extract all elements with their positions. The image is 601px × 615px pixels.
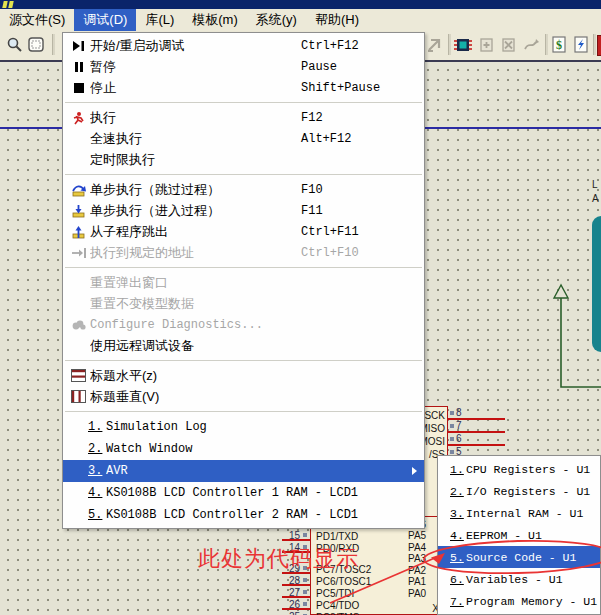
menu-item-lcd1-ram1[interactable]: 4.KS0108B LCD Controller 1 RAM - LCD1 bbox=[63, 482, 424, 504]
menu-item-avr[interactable]: 3.AVR bbox=[63, 460, 424, 482]
remove-sheet-icon[interactable] bbox=[499, 34, 520, 55]
tile-vertical-icon bbox=[67, 390, 90, 403]
auto-route-icon[interactable] bbox=[521, 34, 542, 55]
menu-item-step-over[interactable]: 单步执行（跳过过程）F10 bbox=[63, 179, 424, 200]
start-debug-icon bbox=[67, 40, 90, 52]
menubar-item-source[interactable]: 源文件(S) bbox=[0, 9, 74, 31]
menu-item-start-debug[interactable]: 开始/重启动调试Ctrl+F12 bbox=[63, 35, 424, 56]
step-into-icon bbox=[67, 204, 90, 218]
part-label-fragment: A bbox=[592, 193, 599, 204]
toolbar-separator bbox=[448, 34, 451, 55]
menu-item-configure-diagnostics[interactable]: Configure Diagnostics... bbox=[63, 314, 424, 335]
run-to-address-icon bbox=[67, 247, 90, 259]
menu-item-run-full-speed[interactable]: 全速执行Alt+F12 bbox=[63, 128, 424, 149]
step-out-icon bbox=[67, 225, 90, 239]
avr-submenu: 1.CPU Registers - U1 2.I/O Registers - U… bbox=[437, 455, 601, 615]
netlist-component-icon[interactable] bbox=[452, 34, 473, 55]
wire-label-tool-icon[interactable] bbox=[424, 34, 445, 55]
title-bar bbox=[0, 0, 601, 9]
electrical-rule-check-icon[interactable] bbox=[571, 34, 592, 55]
tile-horizontal-icon bbox=[67, 369, 90, 382]
menubar-item-library[interactable]: 库(L) bbox=[136, 9, 183, 31]
menu-item-run-timed[interactable]: 定时限执行 bbox=[63, 149, 424, 170]
part-label-fragment: L bbox=[592, 179, 598, 190]
menu-item-tile-horizontal[interactable]: 标题水平(z) bbox=[63, 365, 424, 386]
green-wire[interactable] bbox=[545, 277, 601, 397]
submenu-item-internal-ram[interactable]: 3.Internal RAM - U1 bbox=[438, 502, 600, 524]
menu-separator bbox=[63, 356, 424, 365]
menu-item-tile-vertical[interactable]: 标题垂直(V) bbox=[63, 386, 424, 407]
title-logo-fragment bbox=[2, 1, 7, 8]
toolbar-separator bbox=[593, 34, 596, 55]
svg-text:$: $ bbox=[556, 38, 562, 52]
submenu-item-cpu-registers[interactable]: 1.CPU Registers - U1 bbox=[438, 458, 600, 480]
menubar-item-help[interactable]: 帮助(H) bbox=[306, 9, 368, 31]
annotation-text: 此处为代码显示 bbox=[198, 544, 359, 574]
menu-item-step-into[interactable]: 单步执行（进入过程）F11 bbox=[63, 200, 424, 221]
menu-bar: 源文件(S) 调试(D) 库(L) 模板(m) 系统(y) 帮助(H) bbox=[0, 9, 601, 31]
step-over-icon bbox=[67, 183, 90, 197]
menubar-item-debug[interactable]: 调试(D) bbox=[74, 9, 136, 31]
debug-menu: 开始/重启动调试Ctrl+F12 暂停Pause 停止Shift+Pause 执… bbox=[62, 32, 425, 529]
toolbar-separator bbox=[52, 34, 55, 55]
menu-separator bbox=[63, 98, 424, 107]
menu-item-simulation-log[interactable]: 1.Simulation Log bbox=[63, 416, 424, 438]
add-sheet-icon[interactable] bbox=[477, 34, 498, 55]
submenu-item-io-registers[interactable]: 2.I/O Registers - U1 bbox=[438, 480, 600, 502]
menu-item-reset-popups[interactable]: 重置弹出窗口 bbox=[63, 272, 424, 293]
menu-item-remote-debug[interactable]: 使用远程调试设备 bbox=[63, 335, 424, 356]
toolbar-separator bbox=[545, 34, 548, 55]
submenu-item-eeprom[interactable]: 4.EEPROM - U1 bbox=[438, 524, 600, 546]
submenu-arrow-icon bbox=[412, 467, 417, 475]
menu-item-reset-model-data[interactable]: 重置不变模型数据 bbox=[63, 293, 424, 314]
menu-item-step-out[interactable]: 从子程序跳出Ctrl+F11 bbox=[63, 221, 424, 242]
menu-separator bbox=[63, 407, 424, 416]
menu-item-watch-window[interactable]: 2.Watch Window bbox=[63, 438, 424, 460]
proteus-window: 源文件(S) 调试(D) 库(L) 模板(m) 系统(y) 帮助(H) bbox=[0, 0, 601, 615]
diagnostics-icon bbox=[67, 319, 90, 331]
submenu-item-program-memory[interactable]: 7.Program Memory - U1 bbox=[438, 590, 600, 612]
menu-item-execute[interactable]: 执行F12 bbox=[63, 107, 424, 128]
netlist-transfer-icon[interactable] bbox=[597, 35, 601, 56]
pause-icon bbox=[67, 61, 90, 73]
menubar-item-template[interactable]: 模板(m) bbox=[183, 9, 247, 31]
zoom-area-icon[interactable] bbox=[26, 34, 47, 55]
submenu-item-source-code[interactable]: 5.Source Code - U1 bbox=[438, 546, 600, 568]
menu-separator bbox=[63, 170, 424, 179]
menu-item-pause[interactable]: 暂停Pause bbox=[63, 56, 424, 77]
stop-icon bbox=[67, 82, 90, 94]
submenu-item-variables[interactable]: 6.Variables - U1 bbox=[438, 568, 600, 590]
menu-item-stop[interactable]: 停止Shift+Pause bbox=[63, 77, 424, 98]
menu-separator bbox=[63, 263, 424, 272]
menu-item-lcd1-ram2[interactable]: 5.KS0108B LCD Controller 2 RAM - LCD1 bbox=[63, 504, 424, 526]
run-icon bbox=[67, 111, 90, 125]
menu-item-run-to-address[interactable]: 执行到规定的地址Ctrl+F10 bbox=[63, 242, 424, 263]
bill-of-materials-icon[interactable]: $ bbox=[549, 34, 570, 55]
zoom-in-icon[interactable] bbox=[4, 34, 25, 55]
menubar-item-system[interactable]: 系统(y) bbox=[247, 9, 306, 31]
title-logo-fragment bbox=[8, 1, 13, 8]
